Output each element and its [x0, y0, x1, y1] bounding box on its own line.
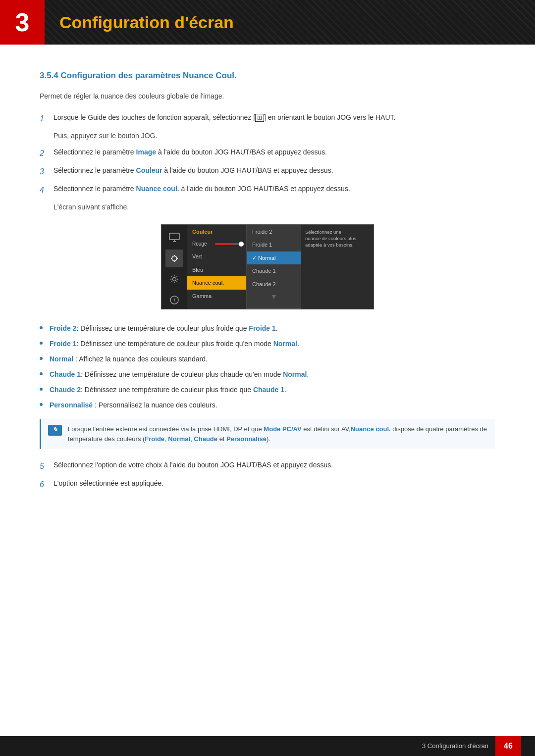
svg-point-5 — [174, 260, 175, 261]
section-intro: Permet de régler la nuance des couleurs … — [40, 91, 495, 101]
step-2: 2 Sélectionnez le paramètre Image à l'ai… — [40, 147, 495, 159]
bullet-chaude2: Chaude 2: Définissez une température de … — [40, 385, 495, 395]
menu-item-nuance[interactable]: Nuance coul. — [187, 276, 246, 290]
step-number-3: 3 — [40, 165, 54, 178]
bullet-perso: Personnalisé : Personnalisez la nuance d… — [40, 400, 495, 410]
step-text-2: Sélectionnez le paramètre Image à l'aide… — [54, 147, 495, 157]
footer-text: 3 Configuration d'écran — [422, 741, 488, 751]
page-title: Configuration d'écran — [45, 10, 234, 35]
bullet-chaude1-text: Chaude 1: Définissez une température de … — [50, 369, 309, 380]
ui-mockup-container: i Couleur Rouge Vert Bleu Nuanc — [40, 224, 495, 309]
bullet-froide1: Froide 1: Définissez une température de … — [40, 339, 495, 349]
bullet-froide2-text: Froide 2: Définissez une température de … — [50, 323, 278, 334]
menu-item-gamma[interactable]: Gamma — [187, 290, 246, 303]
bullet-chaude2-text: Chaude 2: Définissez une température de … — [50, 385, 286, 395]
svg-point-6 — [171, 257, 172, 258]
content-area: 3.5.4 Configuration des paramètres Nuanc… — [0, 45, 535, 536]
submenu-chaude2[interactable]: Chaude 2 — [247, 278, 301, 291]
step-1-sub: Puis, appuyez sur le bouton JOG. — [54, 131, 495, 141]
step-text-3: Sélectionnez le paramètre Couleur à l'ai… — [54, 165, 495, 176]
note-icon: ✎ — [48, 425, 62, 436]
step-6: 6 L'option sélectionnée est appliquée. — [40, 478, 495, 491]
svg-rect-0 — [169, 233, 179, 240]
page-header: 3 Configuration d'écran — [0, 0, 535, 45]
ui-mockup: i Couleur Rouge Vert Bleu Nuanc — [161, 224, 374, 309]
step-5: 5 Sélectionnez l'option de votre choix à… — [40, 460, 495, 472]
bullet-dot — [40, 403, 43, 406]
step-number-5: 5 — [40, 460, 54, 472]
color-icon — [165, 250, 183, 267]
step-text-5: Sélectionnez l'option de votre choix à l… — [54, 460, 495, 470]
bullet-dot — [40, 357, 43, 360]
footer-page-number: 46 — [495, 736, 521, 756]
ui-note: Sélectionnez une nuance de couleurs plus… — [301, 225, 361, 309]
bullet-dot — [40, 372, 43, 375]
monitor-icon — [165, 229, 183, 247]
svg-point-7 — [177, 257, 178, 258]
svg-point-8 — [173, 277, 176, 281]
ui-submenu: Froide 2 Froide 1 Normal Chaude 1 Chaude… — [247, 225, 301, 309]
note-icon-label: ✎ — [53, 425, 57, 435]
svg-point-4 — [174, 254, 175, 255]
bullet-froide1-text: Froide 1: Définissez une température de … — [50, 339, 299, 349]
ui-sidebar: i — [161, 225, 187, 309]
step-text-6: L'option sélectionnée est appliquée. — [54, 478, 495, 489]
step-1: 1 Lorsque le Guide des touches de foncti… — [40, 112, 495, 125]
submenu-froide1[interactable]: Froide 1 — [247, 238, 301, 252]
bullet-perso-text: Personnalisé : Personnalisez la nuance d… — [50, 400, 217, 410]
section-heading: 3.5.4 Configuration des paramètres Nuanc… — [40, 69, 495, 82]
step-number-1: 1 — [40, 112, 54, 125]
svg-text:i: i — [174, 298, 175, 303]
note-text: Lorsque l'entrée externe est connectée v… — [68, 424, 488, 444]
bullet-normal: Normal : Affichez la nuance des couleurs… — [40, 354, 495, 364]
step-4-sub: L'écran suivant s'affiche. — [54, 202, 495, 212]
step-number-4: 4 — [40, 184, 54, 196]
slider-bar — [215, 243, 241, 245]
settings-icon — [165, 270, 183, 288]
slider-fill — [215, 243, 233, 245]
submenu-chaude1[interactable]: Chaude 1 — [247, 264, 301, 278]
bullet-dot — [40, 326, 43, 329]
step-number-6: 6 — [40, 478, 54, 491]
step-text-4: Sélectionnez le paramètre Nuance coul. à… — [54, 184, 495, 194]
step-number-2: 2 — [40, 147, 54, 159]
bullet-normal-text: Normal : Affichez la nuance des couleurs… — [50, 354, 208, 364]
menu-item-vert[interactable]: Vert — [187, 250, 246, 263]
chapter-number: 3 — [0, 0, 45, 45]
slider-row: Rouge — [187, 238, 246, 250]
submenu-normal[interactable]: Normal — [247, 252, 301, 265]
menu-item-bleu[interactable]: Bleu — [187, 263, 246, 277]
bullet-froide2: Froide 2: Définissez une température de … — [40, 323, 495, 334]
bullet-chaude1: Chaude 1: Définissez une température de … — [40, 369, 495, 380]
slider-thumb — [239, 242, 244, 247]
step-text-1: Lorsque le Guide des touches de fonction… — [54, 112, 495, 123]
submenu-froide2[interactable]: Froide 2 — [247, 225, 301, 239]
bullet-list: Froide 2: Définissez une température de … — [40, 323, 495, 410]
slider-label: Rouge — [192, 240, 212, 248]
bullet-dot — [40, 388, 43, 391]
menu-header: Couleur — [187, 225, 246, 238]
step-3: 3 Sélectionnez le paramètre Couleur à l'… — [40, 165, 495, 178]
bullet-dot — [40, 342, 43, 345]
svg-point-3 — [172, 256, 177, 261]
info-icon: i — [165, 291, 183, 309]
step-4: 4 Sélectionnez le paramètre Nuance coul.… — [40, 184, 495, 196]
note-box: ✎ Lorsque l'entrée externe est connectée… — [40, 419, 495, 449]
page-footer: 3 Configuration d'écran 46 — [0, 736, 535, 756]
